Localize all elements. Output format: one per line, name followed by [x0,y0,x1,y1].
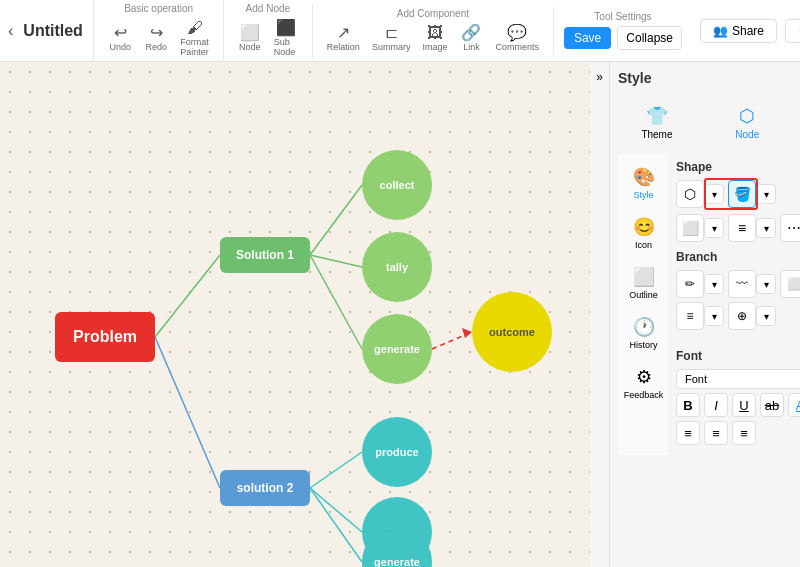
strikethrough-button[interactable]: ab [760,393,784,417]
collapse-icon: » [596,70,603,84]
font-section-title: Font [676,349,800,363]
image-button[interactable]: 🖼 Image [418,23,451,54]
export-button[interactable]: 📁 Export [785,19,800,43]
tally1-label: tally [386,261,408,273]
style-icon: 🎨 [633,166,655,188]
side-icons: 🎨 Style 😊 Icon ⬜ Outline 🕐 History [618,154,670,455]
svg-line-1 [155,337,220,488]
comments-label: Comments [495,42,539,52]
redo-button[interactable]: ↪ Redo [140,23,172,54]
canvas[interactable]: Problem Solution 1 solution 2 collect ta… [0,62,590,567]
format-painter-icon: 🖌 [187,20,203,36]
branch-dd2[interactable]: ▾ [756,274,776,294]
feedback-label: Feedback [624,390,664,400]
summary-label: Summary [372,42,411,52]
tool-settings-label: Tool Settings [594,11,651,22]
summary-button[interactable]: ⊏ Summary [368,23,415,54]
solution2-node[interactable]: solution 2 [220,470,310,506]
tally1-node[interactable]: tally [362,232,432,302]
shape-row2: ⬜ ▾ ≡ ▾ ⋯ ▾ shape [676,214,800,242]
node-tab[interactable]: ⬡ Node [729,101,765,144]
outline-label: Outline [629,290,658,300]
font-row3: ≡ ≡ ≡ [676,421,800,445]
outline-icon-item[interactable]: ⬜ Outline [622,262,666,304]
svg-line-0 [155,255,220,337]
share-icon: 👥 [713,24,728,38]
add-node-section: Add Node ⬜ Node ⬛ Sub Node [223,0,312,63]
line-dropdown[interactable]: ▾ [756,218,776,238]
toolbar-right: Tool Settings Save Collapse 👥 Share 📁 Ex… [553,7,800,54]
comments-button[interactable]: 💬 Comments [491,23,543,54]
save-button[interactable]: Save [564,27,611,49]
branch-dd1[interactable]: ▾ [704,274,724,294]
add-node-label: Add Node [246,3,290,14]
theme-tab[interactable]: 👕 Theme [635,101,678,144]
align-left-button[interactable]: ≡ [676,421,700,445]
color-dropdown[interactable]: ▾ [756,184,776,204]
solution1-node[interactable]: Solution 1 [220,237,310,273]
svg-line-2 [310,185,362,255]
branch-dd6[interactable]: ▾ [756,306,776,326]
add-component-label: Add Component [397,8,469,19]
share-button[interactable]: 👥 Share [700,19,777,43]
rect-dropdown[interactable]: ▾ [704,218,724,238]
format-painter-label: Format Painter [180,37,209,57]
align-right-button[interactable]: ≡ [732,421,756,445]
undo-icon: ↩ [114,25,127,41]
node-label: Node [239,42,261,52]
font-family-select[interactable]: Font [676,369,800,389]
link-icon: 🔗 [461,25,481,41]
history-label: History [629,340,657,350]
relation-button[interactable]: ↗ Relation [323,23,364,54]
theme-tab-icon: 👕 [646,105,668,127]
node-tab-icon: ⬡ [739,105,755,127]
link-label: Link [463,42,480,52]
branch-btn6[interactable]: ⊕ [728,302,756,330]
dash-shape-button[interactable]: ⋯ [780,214,800,242]
problem-node[interactable]: Problem [55,312,155,362]
generate1-node[interactable]: generate [362,314,432,384]
generate1-label: generate [374,343,420,355]
underline-button[interactable]: U [732,393,756,417]
panel-content: Shape ⬡ ▾ 🪣 ▾ color [670,154,800,455]
produce-node[interactable]: produce [362,417,432,487]
collapse-button[interactable]: Collapse [617,26,682,50]
icon-icon-item[interactable]: 😊 Icon [622,212,666,254]
color-fill-button[interactable]: 🪣 [728,180,756,208]
style-icon-item[interactable]: 🎨 Style [622,162,666,204]
branch-btn3[interactable]: ⬜ [780,270,800,298]
branch-btn5[interactable]: ≡ [676,302,704,330]
history-icon-item[interactable]: 🕐 History [622,312,666,354]
undo-button[interactable]: ↩ Undo [104,23,136,54]
svg-line-5 [432,332,472,349]
format-painter-button[interactable]: 🖌 Format Painter [176,18,213,59]
font-color-button[interactable]: A [788,393,800,417]
outcome-label: outcome [489,326,535,338]
collect-label: collect [380,179,415,191]
bold-button[interactable]: B [676,393,700,417]
align-center-button[interactable]: ≡ [704,421,728,445]
font-row1: Font 字号 [676,369,800,389]
line-shape-button[interactable]: ≡ [728,214,756,242]
italic-button[interactable]: I [704,393,728,417]
redo-label: Redo [146,42,168,52]
basic-operation-label: Basic operation [124,3,193,14]
redo-icon: ↪ [150,25,163,41]
collect-node[interactable]: collect [362,150,432,220]
generate2-label: generate [374,556,420,567]
branch-btn1[interactable]: ✏ [676,270,704,298]
rect-shape-button[interactable]: ⬜ [676,214,704,242]
sub-node-button[interactable]: ⬛ Sub Node [270,18,302,59]
node-button[interactable]: ⬜ Node [234,23,266,54]
fill-shape-button[interactable]: ⬡ [676,180,704,208]
link-button[interactable]: 🔗 Link [455,23,487,54]
outcome-node[interactable]: outcome [472,292,552,372]
branch-btn2[interactable]: 〰 [728,270,756,298]
shape-row: ⬡ ▾ 🪣 ▾ [676,180,800,208]
fill-dropdown[interactable]: ▾ [704,184,724,204]
feedback-icon-item[interactable]: ⚙ Feedback [622,362,666,404]
branch-dd5[interactable]: ▾ [704,306,724,326]
svg-line-3 [310,255,362,267]
add-component-section: Add Component ↗ Relation ⊏ Summary 🖼 Ima… [312,4,553,58]
panel-collapse-button[interactable]: » [590,62,610,567]
